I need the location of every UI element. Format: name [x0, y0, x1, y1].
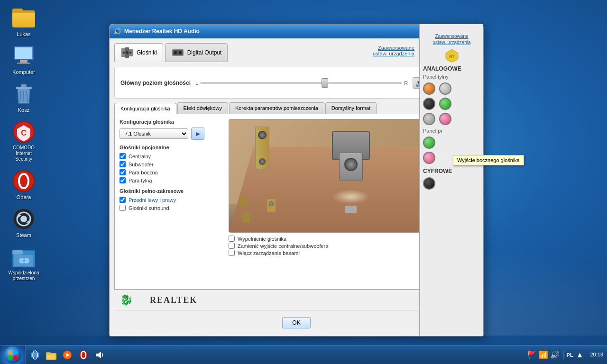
steam-label: Steam	[16, 232, 31, 238]
panel-przedni-label: Panel pr	[423, 128, 480, 134]
side-left-speaker	[239, 197, 246, 206]
checkbox-centralny: Centralny	[120, 153, 224, 159]
jack-digital[interactable]	[423, 177, 435, 190]
svg-point-27	[129, 52, 132, 54]
taskbar-volume-icon[interactable]	[92, 347, 107, 363]
window-title: Menedżer Realtek HD Audio	[124, 28, 446, 35]
desktop-icon-comodo[interactable]: C COMODO Internet Security	[5, 118, 43, 164]
jack-row-digital	[423, 177, 480, 190]
optional-speakers-label: Głośniki opcjonalne	[120, 145, 224, 150]
fullrange-section: Głośniki pełno-zakresowe Przedni lewy i …	[120, 188, 224, 211]
taskbar-explorer-icon[interactable]	[44, 347, 59, 363]
subwoofer	[339, 153, 363, 181]
opera-icon	[12, 170, 35, 192]
left-tall-speaker	[255, 127, 269, 169]
subwoofer-label: Subwoofer	[129, 162, 154, 167]
recycle-bin-icon	[12, 82, 35, 105]
desktop-icon-steam[interactable]: Steam	[5, 206, 43, 240]
optional-speakers: Głośniki opcjonalne Centralny Subwoofer …	[120, 145, 224, 183]
ie-icon	[30, 350, 40, 360]
taskbar-media-icon[interactable]	[60, 347, 75, 363]
check-centralny[interactable]	[120, 153, 126, 159]
taskbar-opera-icon[interactable]	[76, 347, 91, 363]
folder-icon-lukas	[12, 7, 35, 29]
check-subwoofer[interactable]	[120, 161, 126, 167]
svg-rect-1	[15, 47, 32, 59]
speaker-config-row: 7.1 Głośnik 5.1 Głośnik Quadrophonic Ste…	[120, 127, 224, 140]
tray-icons: 🚩 📶 🔊	[527, 350, 560, 359]
media-player-icon	[62, 350, 73, 360]
speaker-config-label: Konfiguracja głośnika	[120, 119, 224, 125]
advanced-link-sidebar[interactable]: Zaawansowane ustaw. urządzenia	[423, 27, 480, 46]
center-front-speaker	[345, 206, 357, 213]
jack-black[interactable]	[423, 98, 435, 110]
jack-green[interactable]	[439, 98, 451, 110]
svg-point-30	[174, 51, 177, 54]
rear-left-speaker	[242, 212, 250, 223]
check-wypelnienie[interactable]	[229, 236, 235, 242]
check-para-tylna[interactable]	[120, 177, 126, 183]
desktop-icon-lukas[interactable]: Lukas	[5, 5, 43, 39]
lukas-label: Lukas	[17, 31, 30, 37]
check-surround[interactable]	[120, 205, 126, 211]
panel-tylny-label: Panel tylny	[423, 74, 480, 80]
inner-tab-konfiguracja[interactable]: Konfiguracja głośnika	[114, 103, 176, 114]
jack-front-green[interactable]	[423, 136, 435, 149]
checkbox-przedni: Przedni lewy i prawy	[120, 197, 224, 203]
check-zamien[interactable]	[229, 243, 235, 249]
realtek-brand: REALTEK	[150, 295, 197, 305]
taskbar-ie-icon[interactable]	[28, 347, 43, 363]
tab-glośniki[interactable]: Głośniki	[114, 43, 163, 62]
inner-tab-domyslny[interactable]: Domyślny format	[325, 102, 377, 114]
svg-rect-44	[47, 355, 55, 359]
svg-point-15	[20, 216, 27, 222]
jack-front-pink[interactable]	[423, 152, 435, 164]
jack-light-gray[interactable]	[439, 82, 451, 95]
svg-rect-49	[96, 354, 98, 356]
play-test-button[interactable]: ▶	[191, 127, 204, 140]
checkbox-surround: Głośniki surround	[120, 205, 224, 211]
start-button[interactable]	[0, 346, 26, 364]
jack-gray[interactable]	[423, 113, 435, 125]
jack-orange[interactable]	[423, 82, 435, 95]
check-wlacz[interactable]	[229, 250, 235, 256]
centralny-label: Centralny	[129, 154, 151, 159]
start-orb	[4, 346, 21, 364]
titlebar-icon: 🔊	[113, 27, 121, 35]
jack-row-2	[423, 98, 480, 110]
volume-l: L	[195, 80, 198, 86]
wypelnienie-label: Wypełnienie głośnika	[238, 236, 286, 242]
desktop-icons: Lukas Komputer	[5, 5, 43, 283]
jack-pink[interactable]	[439, 113, 451, 125]
cyfrowe-title: CYFROWE	[423, 168, 480, 174]
svg-point-31	[179, 51, 182, 54]
check-przedni[interactable]	[120, 197, 126, 203]
language-indicator: PL	[567, 352, 573, 358]
jack-row-front-1	[423, 136, 480, 149]
jack-row-3	[423, 113, 480, 125]
tray-flag-icon: 🚩	[527, 350, 537, 359]
desktop-icon-kosz[interactable]: Kosz	[5, 81, 43, 115]
computer-icon	[12, 45, 35, 67]
desktop-icon-komputer[interactable]: Komputer	[5, 43, 43, 77]
volume-slider[interactable]	[200, 82, 402, 84]
ok-button[interactable]: OK	[282, 317, 310, 328]
tab-digital-label: Digital Output	[187, 49, 222, 56]
desktop-icon-wspoldzielona[interactable]: Współdzielona przestrzeń	[5, 244, 43, 283]
speaker-config-select[interactable]: 7.1 Głośnik 5.1 Głośnik Quadrophonic Ste…	[120, 128, 188, 139]
inner-tab-efekt[interactable]: Efekt dźwiękowy	[177, 102, 228, 114]
digital-tab-icon	[171, 46, 184, 59]
checkbox-para-tylna: Para tylna	[120, 177, 224, 183]
check-para-boczna[interactable]	[120, 169, 126, 175]
wlacz-label: Włącz zarządzanie basami	[238, 250, 300, 256]
tooltip-side-speaker: Wyjście bocznego głośnika	[453, 155, 524, 165]
tab-digital-output[interactable]: Digital Output	[165, 43, 228, 62]
volume-taskbar-icon	[94, 350, 105, 360]
volume-slider-thumb[interactable]	[322, 78, 328, 88]
volume-label: Główny poziom głośności	[120, 80, 191, 86]
inner-tab-korekta[interactable]: Korekta parametrów pomieszczenia	[229, 102, 324, 114]
tray-expand-icon[interactable]: ▲	[576, 351, 584, 359]
przedni-label: Przedni lewy i prawy	[129, 197, 176, 203]
opera-label: Opera	[17, 194, 31, 200]
desktop-icon-opera[interactable]: Opera	[5, 168, 43, 202]
